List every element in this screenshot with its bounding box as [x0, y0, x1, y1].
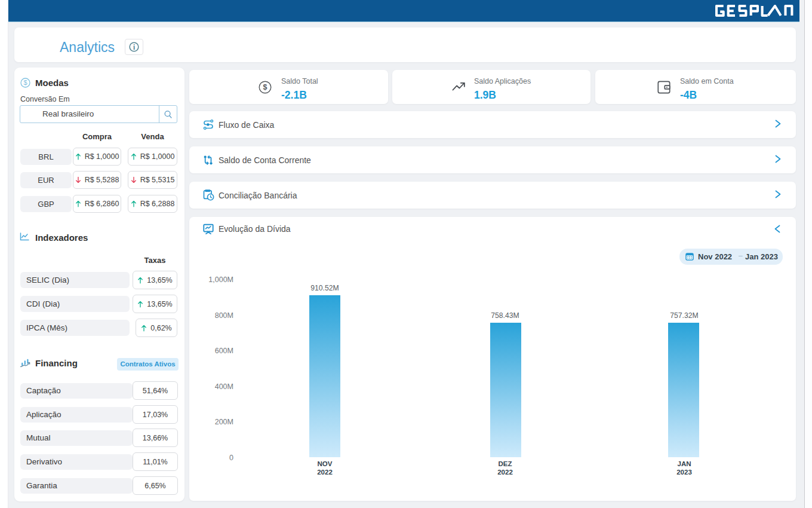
- svg-text:$: $: [263, 83, 267, 91]
- svg-text:$: $: [23, 79, 27, 86]
- svg-text:i: i: [133, 44, 136, 51]
